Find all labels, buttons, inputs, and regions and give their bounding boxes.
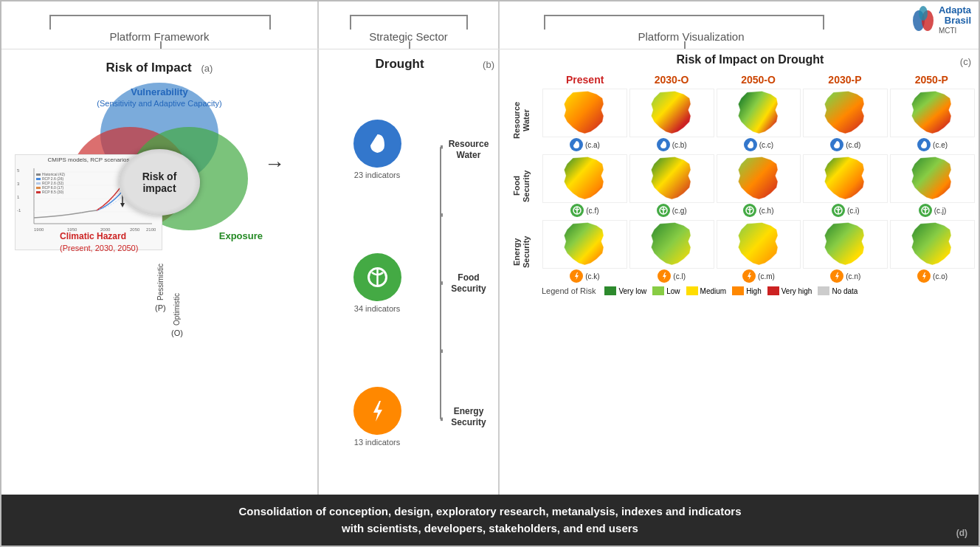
map-img-cf bbox=[542, 154, 627, 203]
col-header-present: Present bbox=[542, 74, 628, 86]
map-img-cn bbox=[803, 220, 888, 269]
logo-icon bbox=[911, 6, 935, 34]
caption-cf: (c.f) bbox=[570, 204, 598, 217]
brazil-map-cf bbox=[543, 155, 627, 202]
water-drop-svg bbox=[365, 131, 390, 156]
svg-point-2 bbox=[919, 6, 928, 21]
svg-rect-25 bbox=[36, 182, 41, 185]
energy-mini-icon-cm bbox=[742, 269, 756, 283]
legend-swatch-no-data bbox=[818, 286, 829, 295]
brazil-map-cj bbox=[891, 155, 974, 202]
map-food-ci: (c.i) bbox=[803, 154, 888, 217]
svg-rect-21 bbox=[36, 173, 41, 176]
brazil-map-cg bbox=[630, 155, 714, 202]
bottom-text-line1: Consolidation of conception, design, exp… bbox=[16, 503, 964, 520]
panel-left-title: Risk of Impact (a) bbox=[9, 61, 310, 75]
map-water-ca: (c.a) bbox=[542, 89, 627, 151]
water-drop-mini3 bbox=[746, 140, 755, 149]
maps-column-headers: Present 2030-O 2050-O 2030-P 2050-P bbox=[542, 74, 975, 86]
caption-ce: (c.e) bbox=[917, 138, 948, 151]
brazil-map-ca bbox=[543, 89, 627, 137]
map-img-ck bbox=[542, 220, 627, 269]
energy-mini-icon-cn bbox=[830, 269, 843, 283]
hazard-label: Climatic Hazard bbox=[60, 231, 126, 241]
legend-low-label: Low bbox=[666, 287, 680, 295]
header-c-label: Platform Visualization bbox=[638, 30, 745, 43]
brazil-map-ce bbox=[891, 89, 974, 137]
map-row-water: ResourceWater bbox=[503, 89, 975, 151]
food-mini-icon-ci bbox=[832, 204, 845, 217]
caption-cn: (c.n) bbox=[830, 269, 860, 283]
vulnerability-label: Vulnerability bbox=[131, 86, 188, 97]
legend-very-low-label: Very low bbox=[618, 287, 646, 295]
svg-marker-53 bbox=[835, 272, 839, 280]
map-img-ci bbox=[803, 154, 888, 203]
water-icon bbox=[353, 120, 401, 168]
sectors-area: 23 indicators 34 indicators bbox=[322, 79, 494, 487]
food-indicators: 34 indicators bbox=[354, 304, 400, 313]
label-b: (b) bbox=[483, 59, 494, 70]
col-header-2050p: 2050-P bbox=[888, 74, 975, 86]
header-row: Platform Framework Strategic Sector Plat… bbox=[1, 1, 979, 49]
food-mini-svg4 bbox=[834, 206, 843, 215]
map-food-ch: (c.h) bbox=[717, 154, 801, 217]
water-drop-mini4 bbox=[832, 140, 841, 149]
food-mini-icon-cg bbox=[657, 204, 670, 217]
map-water-cc: (c.c) bbox=[717, 89, 801, 151]
svg-marker-50 bbox=[575, 272, 579, 280]
map-food-cg: (c.g) bbox=[629, 154, 714, 217]
energy-svg bbox=[365, 398, 390, 424]
food-mini-icon-cf bbox=[570, 204, 584, 217]
bracket-b bbox=[350, 15, 468, 30]
svg-marker-51 bbox=[663, 272, 666, 280]
caption-ck: (c.k) bbox=[570, 269, 599, 283]
row-label-energy: EnergySecurity bbox=[443, 388, 494, 447]
hazard-sub: (Present, 2030, 2050) bbox=[60, 244, 138, 252]
food-mini-svg2 bbox=[659, 206, 668, 215]
svg-text:2100: 2100 bbox=[146, 227, 156, 232]
caption-cb: (c.b) bbox=[657, 138, 687, 151]
arrow-right: → bbox=[264, 152, 285, 176]
energy-mini-svg1 bbox=[572, 272, 581, 281]
logo-line3: MCTI bbox=[939, 27, 971, 35]
brazil-map-ci bbox=[804, 155, 887, 202]
sector-water: 23 indicators bbox=[353, 120, 401, 179]
brazil-map-cc bbox=[717, 89, 801, 137]
exposure-label: Exposure bbox=[219, 230, 263, 241]
panel-left: Risk of Impact (a) Risk of impact bbox=[1, 49, 319, 495]
map-row-energy: EnergySecurity (c.k) bbox=[503, 220, 975, 283]
water-mini-icon-cc bbox=[744, 138, 757, 151]
logo-line2: Brasil bbox=[939, 16, 971, 26]
food-mini-icon-ch bbox=[743, 204, 756, 217]
energy-mini-svg2 bbox=[660, 272, 669, 281]
o-label: (O) bbox=[171, 328, 183, 337]
map-img-ce bbox=[890, 89, 975, 137]
map-img-cj bbox=[890, 154, 975, 203]
map-row-food: FoodSecurity (c.f) bbox=[503, 154, 975, 217]
caption-ci: (c.i) bbox=[832, 204, 860, 217]
mid-header: Drought (b) bbox=[322, 57, 494, 72]
header-section-a: Platform Framework bbox=[1, 1, 319, 49]
map-img-cd bbox=[803, 89, 888, 137]
map-food-cf: (c.f) bbox=[542, 154, 627, 217]
sector-food: 34 indicators bbox=[353, 253, 401, 313]
water-mini-icon-ce bbox=[917, 138, 931, 151]
maps-grid: ResourceWater bbox=[503, 89, 975, 283]
svg-rect-23 bbox=[36, 178, 41, 180]
caption-cl: (c.l) bbox=[658, 269, 686, 283]
scenario-labels: Pessimistic (P) bbox=[155, 264, 166, 312]
food-icon bbox=[353, 253, 401, 301]
col-header-2050o: 2050-O bbox=[715, 74, 801, 86]
legend-swatch-high bbox=[732, 286, 744, 295]
legend-area: Legend of Risk Very low Low Medium High bbox=[542, 286, 975, 295]
panel-mid-title: Drought bbox=[322, 57, 477, 72]
panel-right: Risk of Impact on Drought (c) Present 20… bbox=[500, 49, 979, 495]
map-water-cd: (c.d) bbox=[803, 89, 888, 151]
legend-swatch-very-high bbox=[767, 286, 779, 295]
map-water-ce: (c.e) bbox=[890, 89, 975, 151]
map-food-cj: (c.j) bbox=[890, 154, 975, 217]
legend-swatch-medium bbox=[686, 286, 698, 295]
col-header-2030o: 2030-O bbox=[628, 74, 714, 86]
sector-energy: 13 indicators bbox=[353, 387, 401, 447]
legend-title: Legend of Risk bbox=[542, 286, 596, 295]
